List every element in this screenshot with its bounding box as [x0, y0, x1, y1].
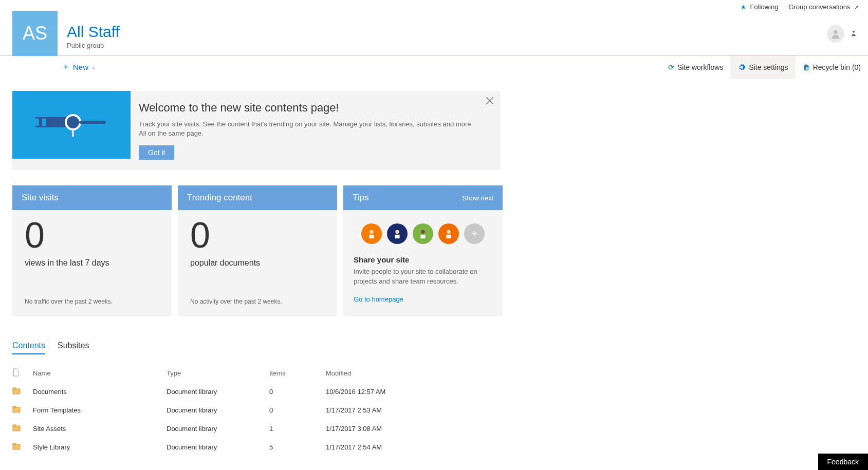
table-row[interactable]: Documents Document library 0 10/6/2016 1… [12, 382, 856, 401]
tips-card: Tips Show next + Share your site Invite … [343, 185, 503, 316]
row-name[interactable]: Form Templates [33, 406, 167, 414]
row-modified: 1/17/2017 2:54 AM [326, 443, 480, 451]
svg-rect-21 [13, 425, 16, 426]
welcome-gotit-button[interactable]: Got it [139, 145, 174, 160]
group-conversations-link[interactable]: Group conversations ↗ [788, 3, 859, 11]
svg-point-12 [421, 230, 424, 234]
tip-avatar-add[interactable]: + [464, 223, 485, 244]
following-link[interactable]: ★ Following [741, 3, 779, 11]
site-subtitle: Public group [67, 42, 827, 49]
svg-rect-17 [13, 388, 16, 389]
welcome-banner: Welcome to the new site contents page! T… [12, 91, 501, 170]
svg-point-0 [834, 30, 837, 34]
row-name[interactable]: Style Library [33, 443, 167, 451]
card-head-trending: Trending content [178, 185, 337, 210]
svg-rect-11 [395, 235, 399, 238]
col-type[interactable]: Type [167, 369, 269, 377]
row-type: Document library [167, 388, 269, 396]
refresh-icon: ⟳ [668, 63, 674, 71]
row-name[interactable]: Documents [33, 388, 167, 396]
dashboard-cards: Site visits 0 views in the last 7 days N… [12, 185, 511, 316]
card-head-tips: Tips Show next [343, 185, 503, 210]
svg-rect-19 [13, 406, 16, 408]
recycle-bin-label: Recycle bin (0) [813, 63, 861, 71]
site-logo-initials: AS [23, 23, 47, 44]
command-bar: ＋ New ⌄ ⟳ Site workflows Site settings 🗑… [0, 55, 868, 79]
library-icon [12, 443, 33, 452]
welcome-title: Welcome to the new site contents page! [139, 101, 480, 115]
svg-rect-3 [33, 119, 39, 126]
site-visits-mid: views in the last 7 days [25, 258, 159, 268]
col-name[interactable]: Name [33, 369, 167, 377]
new-button-label: New [73, 63, 88, 71]
card-head-visits: Site visits [12, 185, 172, 210]
row-type: Document library [167, 425, 269, 433]
site-settings-button[interactable]: Site settings [730, 55, 795, 79]
table-row[interactable]: Style Library Document library 5 1/17/20… [12, 438, 856, 456]
svg-rect-15 [446, 235, 451, 238]
star-icon: ★ [741, 4, 746, 11]
close-icon [485, 96, 494, 105]
svg-rect-13 [420, 235, 425, 238]
svg-point-8 [370, 230, 373, 234]
row-name[interactable]: Site Assets [33, 425, 167, 433]
tab-subsites[interactable]: Subsites [58, 341, 89, 354]
site-visits-card: Site visits 0 views in the last 7 days N… [12, 185, 172, 316]
trending-card: Trending content 0 popular documents No … [178, 185, 337, 316]
site-visits-title: Site visits [22, 193, 59, 203]
site-workflows-label: Site workflows [677, 63, 723, 71]
svg-point-14 [447, 230, 450, 234]
trending-foot: No activity over the past 2 weeks. [190, 298, 325, 305]
tip-avatar-1 [361, 223, 382, 244]
content-tabs: Contents Subsites [12, 341, 856, 354]
svg-rect-4 [42, 119, 46, 126]
tips-avatars: + [354, 223, 492, 244]
row-type: Document library [167, 443, 269, 451]
svg-point-10 [395, 230, 399, 234]
top-actions-bar: ★ Following Group conversations ↗ [0, 0, 868, 11]
welcome-art [12, 91, 131, 159]
site-visits-foot: No traffic over the past 2 weeks. [25, 298, 159, 305]
paint-roller-icon [33, 107, 110, 143]
new-button[interactable]: ＋ New ⌄ [62, 62, 96, 72]
tips-title-head: Tips [353, 193, 369, 203]
site-settings-label: Site settings [749, 63, 788, 71]
user-area [827, 11, 862, 43]
table-row[interactable]: Form Templates Document library 0 1/17/2… [12, 401, 856, 419]
group-conversations-label: Group conversations [788, 3, 850, 11]
tab-contents[interactable]: Contents [12, 341, 45, 354]
welcome-close-button[interactable] [485, 96, 494, 105]
chevron-down-icon: ⌄ [91, 64, 96, 70]
col-items[interactable]: Items [269, 369, 326, 377]
tips-share-title: Share your site [354, 255, 492, 264]
gear-icon [737, 63, 746, 71]
library-icon [12, 387, 33, 396]
svg-rect-23 [13, 443, 16, 445]
library-icon [12, 424, 33, 433]
tips-share-text: Invite people to your site to collaborat… [354, 267, 492, 286]
site-workflows-button[interactable]: ⟳ Site workflows [661, 55, 730, 79]
tips-homepage-link[interactable]: Go to homepage [354, 295, 492, 303]
trending-mid: popular documents [190, 258, 325, 268]
svg-point-1 [853, 30, 855, 32]
col-modified[interactable]: Modified [326, 369, 480, 377]
site-title-block: All Staff Public group [67, 11, 827, 49]
members-icon[interactable] [849, 29, 858, 39]
site-logo[interactable]: AS [12, 11, 58, 56]
recycle-bin-button[interactable]: 🗑 Recycle bin (0) [796, 55, 868, 79]
site-header: AS All Staff Public group [0, 11, 868, 56]
external-link-icon: ↗ [854, 4, 859, 10]
tips-show-next[interactable]: Show next [462, 194, 493, 202]
row-modified: 1/17/2017 2:53 AM [326, 406, 480, 414]
feedback-button[interactable]: Feedback [818, 454, 868, 468]
list-header: Name Type Items Modified [12, 364, 856, 382]
row-modified: 1/17/2017 3:08 AM [326, 425, 480, 433]
user-avatar[interactable] [827, 25, 844, 43]
table-row[interactable]: Site Assets Document library 1 1/17/2017… [12, 419, 856, 438]
trash-icon: 🗑 [803, 63, 810, 71]
row-type: Document library [167, 406, 269, 414]
main-content: Welcome to the new site contents page! T… [0, 79, 868, 468]
site-title[interactable]: All Staff [67, 23, 827, 41]
contents-list: Name Type Items Modified Documents Docum… [12, 364, 856, 456]
trending-title: Trending content [187, 193, 252, 203]
